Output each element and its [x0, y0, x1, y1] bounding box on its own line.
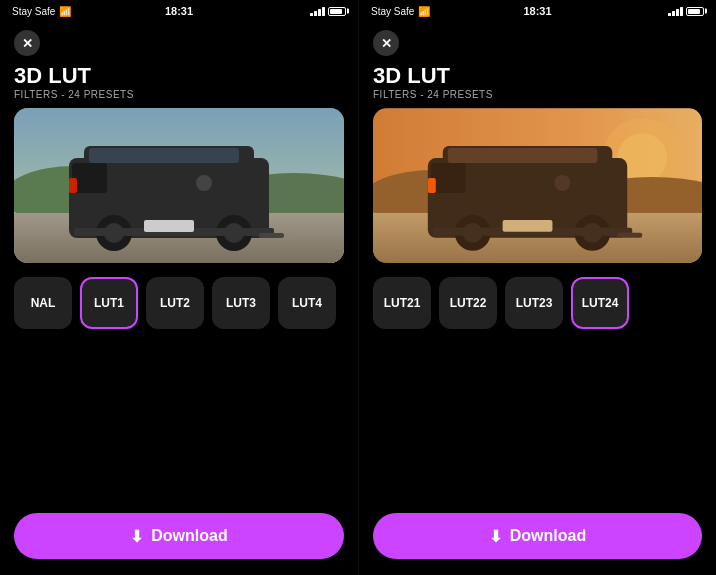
- stay-safe-label-right: Stay Safe: [371, 6, 414, 17]
- app-subtitle-right: FILTERS - 24 PRESETS: [373, 89, 702, 100]
- app-title-right: 3D LUT: [373, 64, 702, 88]
- filter-btn-lut24[interactable]: LUT24: [571, 277, 629, 329]
- filter-strip-left: NAL LUT1 LUT2 LUT3 LUT4: [14, 277, 344, 333]
- van-svg-right: [373, 108, 702, 263]
- svg-point-18: [196, 175, 212, 191]
- right-phone-panel: Stay Safe 📶 18:31 ✕ 3D LUT FILTERS - 24 …: [358, 0, 716, 575]
- close-button-right[interactable]: ✕: [373, 30, 399, 56]
- filter-label-nal: NAL: [31, 296, 56, 310]
- close-icon-right: ✕: [381, 37, 392, 50]
- svg-rect-21: [294, 233, 344, 236]
- preview-image-right: [373, 108, 702, 263]
- title-section-right: 3D LUT FILTERS - 24 PRESETS: [373, 64, 702, 100]
- app-title-left: 3D LUT: [14, 64, 344, 88]
- download-btn-wrap-left: ⬇ Download: [14, 503, 344, 575]
- filter-btn-lut2[interactable]: LUT2: [146, 277, 204, 329]
- svg-rect-19: [259, 233, 284, 238]
- download-icon-right: ⬇: [489, 527, 502, 546]
- spacer-left: [14, 341, 344, 503]
- spacer-right: [373, 341, 702, 503]
- wifi-icon: 📶: [59, 6, 71, 17]
- time-display-right: 18:31: [523, 5, 551, 17]
- download-btn-wrap-right: ⬇ Download: [373, 503, 702, 575]
- filter-label-lut3: LUT3: [226, 296, 256, 310]
- download-icon-left: ⬇: [130, 527, 143, 546]
- left-phone-panel: Stay Safe 📶 18:31 ✕ 3D LUT FILTERS - 24 …: [0, 0, 358, 575]
- van-svg-left: [14, 108, 344, 263]
- svg-rect-20: [14, 233, 64, 236]
- filter-label-lut24: LUT24: [582, 296, 619, 310]
- preview-image-left: [14, 108, 344, 263]
- filter-btn-lut21[interactable]: LUT21: [373, 277, 431, 329]
- filter-btn-lut1[interactable]: LUT1: [80, 277, 138, 329]
- close-button-left[interactable]: ✕: [14, 30, 40, 56]
- wifi-icon-right: 📶: [418, 6, 430, 17]
- status-right-icons-left: [310, 7, 346, 16]
- svg-rect-15: [69, 178, 77, 193]
- close-icon-left: ✕: [22, 37, 33, 50]
- filter-strip-right: LUT21 LUT22 LUT23 LUT24: [373, 277, 702, 333]
- download-label-left: Download: [151, 527, 227, 545]
- filter-btn-lut3[interactable]: LUT3: [212, 277, 270, 329]
- status-left-info: Stay Safe 📶: [12, 6, 71, 17]
- svg-rect-43: [373, 108, 702, 263]
- app-content-left: ✕ 3D LUT FILTERS - 24 PRESETS: [0, 22, 358, 575]
- filter-label-lut1: LUT1: [94, 296, 124, 310]
- battery-icon-right: [686, 7, 704, 16]
- status-bar-right: Stay Safe 📶 18:31: [359, 0, 716, 22]
- status-left-info-right: Stay Safe 📶: [371, 6, 430, 17]
- svg-rect-17: [144, 220, 194, 232]
- svg-rect-10: [89, 148, 239, 163]
- status-bar-left: Stay Safe 📶 18:31: [0, 0, 358, 22]
- download-button-right[interactable]: ⬇ Download: [373, 513, 702, 559]
- status-right-icons-right: [668, 7, 704, 16]
- filter-label-lut21: LUT21: [384, 296, 421, 310]
- filter-label-lut22: LUT22: [450, 296, 487, 310]
- app-subtitle-left: FILTERS - 24 PRESETS: [14, 89, 344, 100]
- app-content-right: ✕ 3D LUT FILTERS - 24 PRESETS: [359, 22, 716, 575]
- filter-btn-lut22[interactable]: LUT22: [439, 277, 497, 329]
- download-button-left[interactable]: ⬇ Download: [14, 513, 344, 559]
- filter-btn-lut23[interactable]: LUT23: [505, 277, 563, 329]
- filter-btn-lut4[interactable]: LUT4: [278, 277, 336, 329]
- filter-btn-nal[interactable]: NAL: [14, 277, 72, 329]
- filter-label-lut4: LUT4: [292, 296, 322, 310]
- battery-icon-left: [328, 7, 346, 16]
- download-label-right: Download: [510, 527, 586, 545]
- stay-safe-label: Stay Safe: [12, 6, 55, 17]
- time-display-left: 18:31: [165, 5, 193, 17]
- signal-icon-right: [668, 7, 683, 16]
- filter-label-lut23: LUT23: [516, 296, 553, 310]
- svg-rect-9: [72, 163, 107, 193]
- filter-label-lut2: LUT2: [160, 296, 190, 310]
- signal-icon: [310, 7, 325, 16]
- title-section-left: 3D LUT FILTERS - 24 PRESETS: [14, 64, 344, 100]
